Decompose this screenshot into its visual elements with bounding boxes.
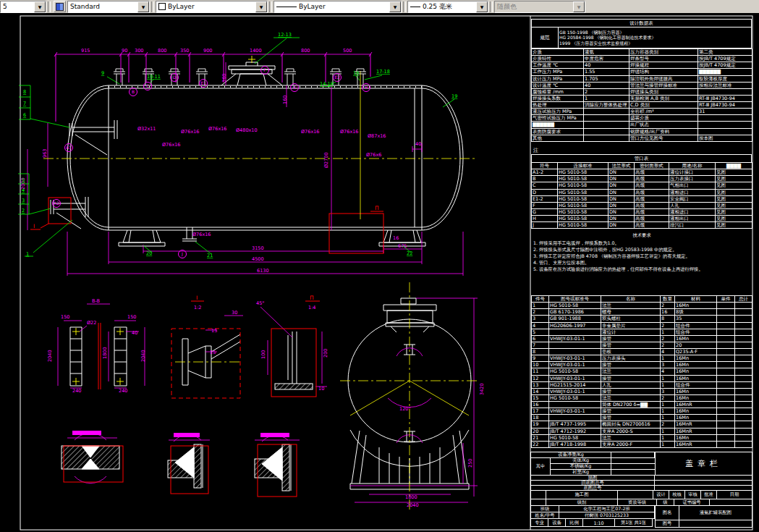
lineweight-combo[interactable]: 0.25 毫米 ▼ [407,1,488,13]
cell [698,88,752,95]
bom-grid: 件号图号或标准号名称数量材料单件总计1HG 5010-58法兰216Mn2GB … [531,295,752,448]
cell: 高颈 [635,176,669,182]
cell: 16Mn [675,408,717,415]
cell [717,402,735,408]
dim-label: 1:2 [194,305,201,311]
cell [717,388,735,394]
cell: 件号 [532,296,549,303]
table-row: 气密性试验压力 MPa盛装介质 [532,115,752,122]
chevron-down-icon[interactable]: ▼ [255,1,267,12]
cell [549,349,601,355]
dim-label: Ø22 [87,320,96,326]
dim-label: 350 [180,48,189,54]
table-row: 15HG 5010-58法兰216Mn [532,394,752,401]
cell: 按JB/T 4709规定 [698,56,752,62]
cell: C [532,182,558,189]
dim-style-combo[interactable]: 5 ▼ [0,1,46,13]
cell: DN [609,189,635,195]
cell [735,441,752,447]
cell: DN [609,222,635,229]
cell: GB 6170-1986 [549,309,601,316]
tech-line: 1. 焊接采用手工电弧焊，焊接系数为1.0。 [533,240,750,247]
cell: 气相出口 [669,182,716,189]
dim-label: 2040 [140,350,146,362]
table-row: 14VHWJY-03-01-1接管316Mn [532,388,752,394]
linetype-combo[interactable]: ByLayer ▼ [274,1,402,13]
cell: 按JB/T 4709规定 [698,62,752,69]
cell: HG 5010-58 [558,222,609,229]
dim-label: Ø76x16 [301,129,320,135]
dim-label: 1:4 [308,305,315,311]
dim-label: 6130 [257,268,269,274]
cell: 3 [532,316,549,322]
cell: HG 5010-58 [558,189,609,195]
cell: 筒体 DN2700 δ=▇▇ [601,402,661,408]
cell: HG 5010-58 [558,208,609,215]
chevron-down-icon[interactable]: ▼ [34,1,46,12]
cell: 人孔 [601,381,661,388]
cell: 16 [661,309,675,316]
cell: 管法兰与接管焊接标准 [629,82,698,88]
cell: 压力容器类别 [629,49,698,56]
cell: 表面防腐要求 [532,128,584,135]
cell [717,415,735,421]
cell [717,428,735,434]
toolbar-separator [403,1,406,12]
color-combo[interactable]: ByLayer ▼ [156,1,268,13]
cell: HG 5010-58 [558,176,609,182]
chevron-down-icon[interactable]: ▼ [389,1,401,12]
cell: 接管 [601,362,661,368]
cell [735,375,752,381]
drawing-canvas[interactable]: 915903008003509001400800500Ø32x11Ø76x16Ø… [0,13,759,532]
cell: GB 901-1988 [549,316,601,322]
table-row: 1HG 5010-58法兰216Mn [532,303,752,309]
table-row: 工作压力 MPa1.55焊缝结构▇▇▇▇▇▇ [532,69,752,75]
nozzle-letter: A2 [54,200,59,206]
cell: 见图 [716,216,752,222]
cell: 21 [532,434,549,441]
cell: 15 [532,394,549,401]
cell [735,342,752,348]
vessel-side-view [51,62,463,246]
table-row: 符号连接标准法兰形式密封面形式用途/名称▇▇▇▇ [532,163,752,169]
cell [717,421,735,428]
design-data-table: 设计数据表 规范 GB 150-1998 《钢制压力容器》 HG 20584-1… [531,19,752,142]
cell [717,441,735,447]
text-style-combo[interactable]: Standard ▼ [67,1,150,13]
saddle-left [119,230,165,246]
cell: HG 5010-58 [558,169,609,176]
cell: 盛装介质 [629,115,698,122]
cell: 出厂状态 [629,122,698,128]
cell: 11 [532,368,549,375]
cell [717,368,735,375]
chevron-down-icon[interactable]: ▼ [137,1,149,12]
toolbar-separator [269,1,272,12]
cell: 16Mn [675,368,717,375]
item-callout-label: 16 [353,70,359,76]
cell: 2 [661,421,675,428]
cell: 高颈 [635,222,669,229]
cell: J [532,222,558,229]
table-row: 介质液氨压力容器类别第二类 [532,49,752,56]
cell: 1 [661,381,675,388]
cell [549,342,601,348]
chevron-down-icon[interactable]: ▼ [476,1,488,12]
item-callout-label: 6 [23,112,26,118]
cell: 用途/名称 [669,163,716,169]
dim-label: 120° [399,406,411,412]
dim-label: 675 [398,243,407,249]
cell [717,375,735,381]
text-style-icon[interactable] [54,1,66,12]
nozzle-grid: 符号连接标准法兰形式密封面形式用途/名称▇▇▇▇A1-2HG 5010-58DN… [531,162,752,229]
cell: ▇▇▇▇▇▇ [698,69,752,75]
cell: 2 [584,88,629,95]
cell: 材料 [675,296,717,303]
dim-label: 4500 [252,256,264,262]
cell: 高颈 [635,189,669,195]
cell: 5 [532,329,549,335]
cell: ▇▇▇▇ [716,163,752,169]
table-row: JHG 5010-58DN高颈排污口见图 [532,222,752,229]
table-row: 设计压力 MPa1.705除注明外角焊缝腰高取较薄板厚度 [532,75,752,82]
cell: 3 [661,362,675,368]
dim-label: 10 [318,386,324,392]
